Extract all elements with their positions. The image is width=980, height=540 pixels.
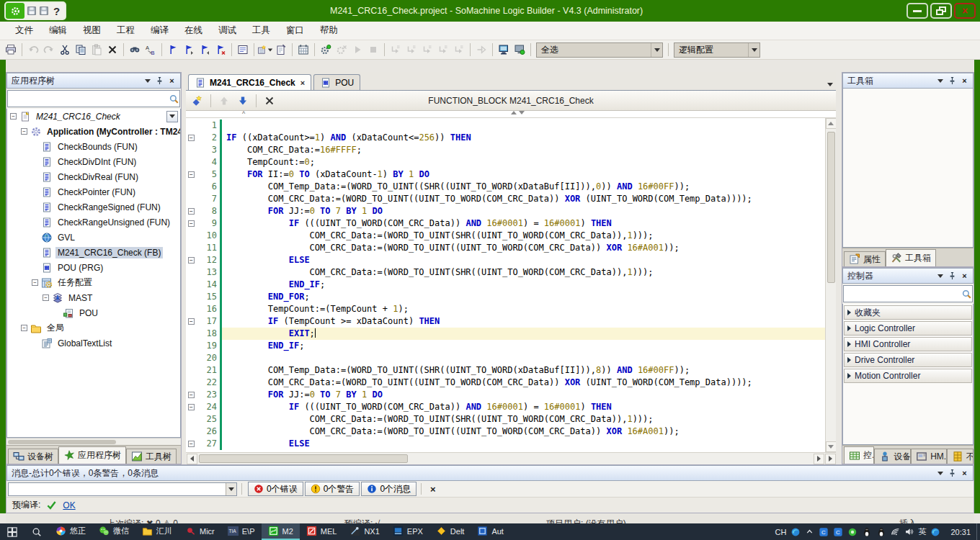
- build-icon[interactable]: [295, 42, 311, 58]
- code-line-22[interactable]: 22 COM_CRC_Data:=(WORD_TO_UINT((UINT_TO_…: [186, 377, 825, 389]
- filter-error-button[interactable]: 0个错误: [248, 482, 303, 496]
- tray-edge[interactable]: [790, 527, 801, 537]
- flow-control-icon[interactable]: [473, 42, 489, 58]
- find-icon[interactable]: [127, 42, 143, 58]
- tray-greendot[interactable]: [847, 527, 858, 537]
- close-icon[interactable]: ×: [166, 76, 177, 86]
- undo-icon[interactable]: [25, 42, 41, 58]
- fold-marker-icon[interactable]: −: [186, 438, 197, 450]
- editor-vscrollbar[interactable]: [825, 118, 836, 452]
- code-line-11[interactable]: 11 COM_CRC_Data:=(WORD_TO_UINT((UINT_TO_…: [186, 242, 825, 254]
- tray-bluesq[interactable]: C: [833, 527, 843, 537]
- taskbar-app-aut[interactable]: Aut: [471, 523, 510, 540]
- tab-overflow-dropdown[interactable]: [827, 83, 833, 86]
- controller-group-hmi-controller[interactable]: HMI Controller: [844, 337, 972, 351]
- pin-icon[interactable]: [947, 271, 958, 282]
- close-icon[interactable]: ×: [959, 76, 970, 86]
- panel-menu-icon[interactable]: [935, 468, 945, 479]
- tree-item-pou[interactable]: POU: [7, 305, 180, 320]
- editor-tab-m241_crc16_check[interactable]: M241_CRC16_Check×: [188, 74, 311, 90]
- configuration-combo[interactable]: 逻辑配置: [674, 42, 760, 58]
- code-line-3[interactable]: 3 COM_CRC_Data:=16#FFFF;: [186, 144, 825, 156]
- code-line-14[interactable]: 14 END_IF;: [186, 279, 825, 291]
- tree-item-m241-crc16-check[interactable]: −M241_CRC16_Check: [7, 109, 180, 124]
- code-line-15[interactable]: 15 END_FOR;: [186, 291, 825, 303]
- close-button[interactable]: ×: [954, 3, 976, 19]
- panel-menu-icon[interactable]: [935, 271, 945, 282]
- tree-item-checkbounds-fun-[interactable]: CheckBounds (FUN): [7, 139, 180, 154]
- code-line-27[interactable]: −27 ELSE: [186, 438, 825, 450]
- tree-item--[interactable]: −全局: [7, 320, 180, 336]
- bookmark-clear-icon[interactable]: [213, 42, 228, 58]
- taskbar-search-icon[interactable]: [24, 523, 49, 540]
- taskbar-app-m2[interactable]: M2: [262, 523, 300, 540]
- editor-tab-pou[interactable]: POU: [313, 74, 360, 90]
- taskbar-app-nx1[interactable]: NX1: [343, 523, 386, 540]
- tree-item-checkrangesigned-fun-[interactable]: CheckRangeSigned (FUN): [7, 199, 180, 215]
- catalog-tab-HM[interactable]: HM...: [911, 449, 947, 464]
- menu-编译[interactable]: 编译: [143, 22, 177, 39]
- code-line-2[interactable]: −2IF ((xDataCount>=1) AND (xDataCount<=2…: [186, 132, 825, 144]
- save-icon[interactable]: [27, 6, 37, 16]
- taskbar-app-汇川[interactable]: 汇川: [135, 523, 179, 540]
- code-line-13[interactable]: 13 COM_CRC_Data:=(WORD_TO_UINT(SHR((UINT…: [186, 266, 825, 279]
- code-line-26[interactable]: 26 COM_CRC_Data:=(WORD_TO_UINT((UINT_TO_…: [186, 426, 825, 438]
- controller-group-收藏夹[interactable]: 收藏夹: [844, 305, 972, 320]
- code-line-21[interactable]: 21 COM_Temp_Data:=(WORD_TO_UINT((SHR((UI…: [186, 364, 825, 377]
- tree-item-checkrangeunsigned-fun-[interactable]: CheckRangeUnsigned (FUN): [7, 215, 180, 230]
- start-button[interactable]: [0, 523, 24, 540]
- monitor-config-icon[interactable]: [496, 42, 512, 58]
- new-object-icon[interactable]: [257, 42, 273, 58]
- menu-调试[interactable]: 调试: [210, 22, 244, 39]
- code-line-9[interactable]: −9 IF (((UINT_TO_WORD(COM_CRC_Data)) AND…: [186, 217, 825, 230]
- fold-marker-icon[interactable]: −: [186, 217, 197, 230]
- controller-group-motion-controller[interactable]: Motion Controller: [844, 369, 972, 383]
- logout-icon[interactable]: [334, 42, 349, 58]
- paste-icon[interactable]: [89, 42, 104, 58]
- code-line-16[interactable]: 16 TempCount:=(TempCount + 1);: [186, 303, 825, 315]
- tree-item-pou-prg-[interactable]: POU (PRG): [7, 260, 180, 275]
- device-selector-dropdown[interactable]: [166, 111, 178, 122]
- search-icon[interactable]: [961, 289, 972, 300]
- code-line-23[interactable]: −23 FOR JJ:=0 TO 7 BY 1 DO: [186, 389, 825, 401]
- taskbar-app-micr[interactable]: Micr: [179, 523, 221, 540]
- taskbar-app-微信[interactable]: 微信: [92, 523, 135, 540]
- cut-icon[interactable]: [57, 42, 73, 58]
- navigator-tab-设备树[interactable]: 设备树: [8, 449, 58, 464]
- controller-group-logic-controller[interactable]: Logic Controller: [844, 321, 972, 336]
- navigator-tab-工具树[interactable]: 工具树: [126, 449, 177, 464]
- filter-info-button[interactable]: 0个消息: [361, 482, 416, 496]
- delete-icon[interactable]: [104, 42, 120, 58]
- code-line-24[interactable]: −24 IF (((UINT_TO_WORD(COM_CRC_Data)) AN…: [186, 401, 825, 413]
- controller-group-drive-controller[interactable]: Drive Controller: [844, 353, 972, 367]
- tree-item--[interactable]: −任务配置: [7, 275, 180, 290]
- pin-icon[interactable]: [154, 76, 165, 86]
- taskbar-app-ep[interactable]: TIAE\P: [221, 523, 262, 540]
- tray-penguin[interactable]: [876, 527, 886, 537]
- login-icon[interactable]: [318, 42, 334, 58]
- code-line-12[interactable]: −12 ELSE: [186, 254, 825, 266]
- tree-item-checkdivreal-fun-[interactable]: CheckDivReal (FUN): [7, 169, 180, 184]
- tray-penguin[interactable]: [862, 527, 872, 537]
- navigator-tab-应用程序树[interactable]: 应用程序树: [58, 446, 126, 464]
- tree-item-mast[interactable]: −MAST: [7, 290, 180, 305]
- tray-caretup[interactable]: [805, 527, 814, 536]
- menu-编辑[interactable]: 编辑: [41, 22, 75, 39]
- app-tree-search-input[interactable]: [8, 92, 169, 105]
- tree-item-m241-crc16-check-fb-[interactable]: M241_CRC16_Check (FB): [7, 245, 180, 260]
- print-icon[interactable]: [3, 42, 19, 58]
- move-down-icon[interactable]: [235, 93, 251, 109]
- controller-search-input[interactable]: [844, 287, 961, 300]
- code-line-10[interactable]: 10 COM_CRC_Data:=(WORD_TO_UINT(SHR((UINT…: [186, 230, 825, 242]
- close-tab-icon[interactable]: ×: [300, 78, 305, 87]
- taskbar-app-mel[interactable]: MEL: [300, 523, 344, 540]
- close-icon[interactable]: ×: [959, 271, 970, 282]
- step-out-icon[interactable]: [419, 42, 435, 58]
- filter-warning-button[interactable]: 0个警告: [305, 482, 360, 496]
- menu-工具[interactable]: 工具: [244, 22, 278, 39]
- tree-item-checkpointer-fun-[interactable]: CheckPointer (FUN): [7, 184, 180, 199]
- help-icon[interactable]: ?: [51, 5, 62, 17]
- catalog-tab-控[interactable]: 控..: [844, 446, 874, 464]
- export-icon[interactable]: [273, 42, 289, 58]
- tray-speaker[interactable]: [904, 527, 914, 536]
